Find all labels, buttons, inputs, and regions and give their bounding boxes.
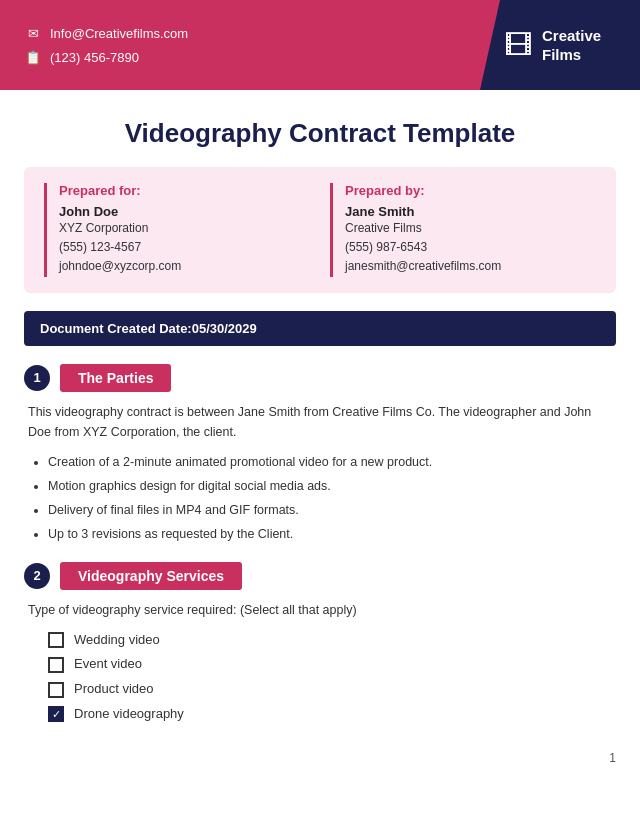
header-logo: 🎞 Creative Films — [480, 0, 640, 90]
prepared-section: Prepared for: John Doe XYZ Corporation (… — [24, 167, 616, 293]
section-1-number: 1 — [24, 365, 50, 391]
checkbox-label-1: Event video — [74, 654, 142, 675]
checkbox-item-3[interactable]: ✓ Drone videography — [48, 704, 612, 725]
checkbox-0[interactable] — [48, 632, 64, 648]
checkbox-label-2: Product video — [74, 679, 154, 700]
header-email: Info@Creativefilms.com — [50, 26, 188, 41]
main-title: Videography Contract Template — [24, 118, 616, 149]
section-1-header: 1 The Parties — [24, 364, 616, 392]
prepared-for-col: Prepared for: John Doe XYZ Corporation (… — [44, 183, 310, 277]
header: ✉ Info@Creativefilms.com 📋 (123) 456-789… — [0, 0, 640, 90]
section-2: 2 Videography Services Type of videograp… — [24, 562, 616, 725]
header-contact: ✉ Info@Creativefilms.com 📋 (123) 456-789… — [24, 24, 188, 66]
checkbox-list: Wedding video Event video Product video … — [28, 630, 612, 725]
prepared-for-label: Prepared for: — [59, 183, 310, 198]
checkbox-3[interactable]: ✓ — [48, 706, 64, 722]
date-bar: Document Created Date:05/30/2029 — [24, 311, 616, 346]
phone-row: 📋 (123) 456-7890 — [24, 48, 188, 66]
section-2-body: Type of videography service required: (S… — [24, 600, 616, 725]
prepared-by-label: Prepared by: — [345, 183, 596, 198]
logo-text: Creative Films — [542, 26, 601, 65]
email-row: ✉ Info@Creativefilms.com — [24, 24, 188, 42]
checkbox-item-2[interactable]: Product video — [48, 679, 612, 700]
prepared-for-details: XYZ Corporation (555) 123-4567 johndoe@x… — [59, 219, 310, 277]
bullet-3: Delivery of final files in MP4 and GIF f… — [48, 500, 612, 520]
page: ✉ Info@Creativefilms.com 📋 (123) 456-789… — [0, 0, 640, 828]
prepared-for-name: John Doe — [59, 204, 310, 219]
prepared-by-name: Jane Smith — [345, 204, 596, 219]
section-2-title: Videography Services — [60, 562, 242, 590]
prepared-by-col: Prepared by: Jane Smith Creative Films (… — [330, 183, 596, 277]
section-2-intro: Type of videography service required: (S… — [28, 600, 612, 620]
checkbox-1[interactable] — [48, 657, 64, 673]
header-phone: (123) 456-7890 — [50, 50, 139, 65]
section-1: 1 The Parties This videography contract … — [24, 364, 616, 544]
film-icon: 🎞 — [504, 29, 532, 62]
checkbox-label-3: Drone videography — [74, 704, 184, 725]
bullet-4: Up to 3 revisions as requested by the Cl… — [48, 524, 612, 544]
bullet-1: Creation of a 2-minute animated promotio… — [48, 452, 612, 472]
bullet-2: Motion graphics design for digital socia… — [48, 476, 612, 496]
page-number: 1 — [0, 743, 640, 775]
section-1-bullets: Creation of a 2-minute animated promotio… — [28, 452, 612, 544]
check-mark-3: ✓ — [52, 706, 61, 724]
checkbox-item-0[interactable]: Wedding video — [48, 630, 612, 651]
phone-icon: 📋 — [24, 48, 42, 66]
prepared-by-details: Creative Films (555) 987-6543 janesmith@… — [345, 219, 596, 277]
section-1-title: The Parties — [60, 364, 171, 392]
section-1-intro: This videography contract is between Jan… — [28, 402, 612, 442]
section-2-number: 2 — [24, 563, 50, 589]
checkbox-2[interactable] — [48, 682, 64, 698]
section-2-header: 2 Videography Services — [24, 562, 616, 590]
checkbox-label-0: Wedding video — [74, 630, 160, 651]
email-icon: ✉ — [24, 24, 42, 42]
checkbox-item-1[interactable]: Event video — [48, 654, 612, 675]
title-section: Videography Contract Template — [0, 90, 640, 167]
section-1-body: This videography contract is between Jan… — [24, 402, 616, 544]
